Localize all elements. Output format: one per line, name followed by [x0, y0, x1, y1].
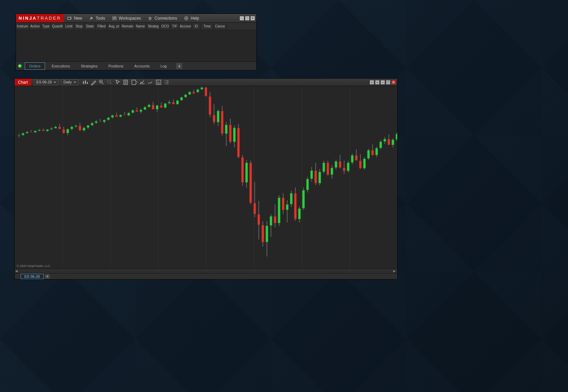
zoom-out-icon[interactable] [107, 79, 113, 85]
orders-grid-body[interactable] [16, 30, 256, 61]
chart-close-button[interactable]: ✕ [391, 80, 396, 85]
col-tif[interactable]: TIF [170, 23, 179, 30]
workspaces-icon [112, 16, 117, 21]
chart-maximize-button[interactable]: □ [386, 80, 391, 85]
menu-tools-label: Tools [96, 16, 105, 21]
app-logo: NINJATRADER [16, 14, 64, 22]
svg-point-5 [186, 17, 187, 19]
menu-connections-label: Connections [154, 16, 177, 21]
instrument-select[interactable]: ES 06-20 [34, 79, 58, 85]
col-quantit[interactable]: Quantit [51, 23, 64, 30]
gridline [302, 86, 302, 268]
tab-positions[interactable]: Positions [104, 63, 128, 69]
col-time[interactable]: Time [201, 23, 214, 30]
horizontal-scrollbar[interactable]: ◀ ▶ [15, 268, 397, 273]
tab-add-button[interactable]: + [176, 63, 182, 69]
cursor-icon[interactable] [115, 79, 121, 85]
menu-workspaces-label: Workspaces [119, 16, 141, 21]
col-stop[interactable]: Stop [74, 23, 84, 30]
copyright-text: © 2020 NinjaTrader, LLC [17, 264, 50, 268]
svg-rect-2 [114, 17, 116, 18]
svg-rect-0 [68, 17, 71, 19]
connection-status-dot [18, 64, 22, 68]
menu-items: New Tools Workspaces Connections Help [64, 14, 202, 22]
instrument-select-value: ES 06-20 [36, 80, 52, 84]
tab-strategies[interactable]: Strategies [77, 63, 102, 69]
menu-connections[interactable]: Connections [144, 14, 181, 22]
menu-tools[interactable]: Tools [85, 14, 108, 22]
chart-btn-1[interactable]: ▪ [370, 80, 374, 85]
gridline [350, 86, 350, 268]
tools-icon [89, 16, 93, 21]
bottom-tabs: Orders Executions Strategies Positions A… [16, 61, 256, 70]
maximize-button[interactable]: □ [245, 16, 250, 21]
col-type[interactable]: Type [41, 23, 51, 30]
tab-orders[interactable]: Orders [25, 62, 45, 70]
col-remain[interactable]: Remain [121, 23, 134, 30]
svg-rect-3 [112, 18, 116, 20]
gridline [254, 86, 254, 268]
chart-title: Chart [15, 79, 31, 86]
chart-window-controls: ▪ ▪ – □ ✕ [370, 80, 397, 85]
col-filled[interactable]: Filled [96, 23, 107, 30]
gridline [158, 86, 159, 268]
col-limit[interactable]: Limit [64, 23, 74, 30]
interval-select[interactable]: Daily [61, 79, 78, 85]
chart-tool-strip [82, 79, 170, 85]
chart-tab-instrument[interactable]: ES 06-20 [21, 274, 44, 279]
control-center-window: NINJATRADER New Tools Workspaces Connect… [16, 14, 257, 70]
chart-tabs: ES 06-20 + [15, 273, 397, 279]
chart-toolbar: Chart ES 06-20 Daily ▪ ▪ – □ ✕ [15, 79, 397, 86]
svg-point-7 [107, 80, 110, 83]
chart-area[interactable]: © 2020 NinjaTrader, LLC [15, 86, 397, 268]
list-icon[interactable] [164, 79, 170, 85]
col-accoun[interactable]: Accoun [179, 23, 192, 30]
col-action[interactable]: Action [29, 23, 41, 30]
col-cance[interactable]: Cance [214, 23, 227, 30]
col-avgpr[interactable]: Avg. pr [107, 23, 121, 30]
chart-trader-icon[interactable] [131, 79, 137, 85]
chart-minimize-button[interactable]: – [380, 80, 385, 85]
menu-help[interactable]: Help [181, 14, 203, 22]
gridline [206, 86, 206, 268]
svg-rect-1 [112, 17, 114, 18]
col-oco[interactable]: OCO [160, 23, 170, 30]
menubar: NINJATRADER New Tools Workspaces Connect… [16, 14, 256, 23]
tab-log[interactable]: Log [156, 63, 171, 69]
gridline [62, 86, 63, 268]
col-name[interactable]: Name [134, 23, 147, 30]
properties-icon[interactable] [155, 79, 162, 85]
scroll-right-icon[interactable]: ▶ [393, 269, 397, 273]
col-strateg[interactable]: Strateg [147, 23, 160, 30]
new-icon [67, 16, 72, 21]
tab-executions[interactable]: Executions [48, 63, 74, 69]
menu-new[interactable]: New [64, 14, 85, 22]
strategies-icon[interactable] [147, 79, 153, 85]
menu-help-label: Help [191, 16, 199, 21]
indicators-icon[interactable] [139, 79, 145, 85]
interval-select-value: Daily [63, 80, 71, 84]
minimize-button[interactable]: – [239, 16, 244, 21]
svg-rect-9 [132, 80, 135, 85]
chart-window: Chart ES 06-20 Daily ▪ ▪ – □ ✕ © 2020 Ni… [14, 78, 398, 280]
connections-icon [148, 16, 152, 21]
col-instrum[interactable]: Instrum [16, 23, 29, 30]
draw-icon[interactable] [90, 79, 97, 85]
window-controls: – □ ✕ [239, 16, 256, 21]
data-series-icon[interactable] [123, 79, 129, 85]
menu-new-label: New [74, 16, 82, 21]
col-id[interactable]: ID [192, 23, 201, 30]
zoom-in-icon[interactable] [99, 79, 105, 85]
tab-accounts[interactable]: Accounts [130, 63, 154, 69]
chart-btn-2[interactable]: ▪ [375, 80, 380, 85]
logo-text-1: NINJA [19, 16, 37, 21]
logo-text-2: TRADER [37, 16, 61, 21]
bars-icon[interactable] [82, 79, 88, 85]
menu-workspaces[interactable]: Workspaces [109, 14, 145, 22]
col-state[interactable]: State [84, 23, 96, 30]
chart-tab-add-button[interactable]: + [45, 274, 50, 279]
help-icon [184, 16, 189, 21]
close-button[interactable]: ✕ [250, 16, 255, 21]
orders-grid-header: InstrumActionTypeQuantitLimitStopStateFi… [16, 23, 256, 30]
scroll-left-icon[interactable]: ◀ [15, 269, 19, 273]
